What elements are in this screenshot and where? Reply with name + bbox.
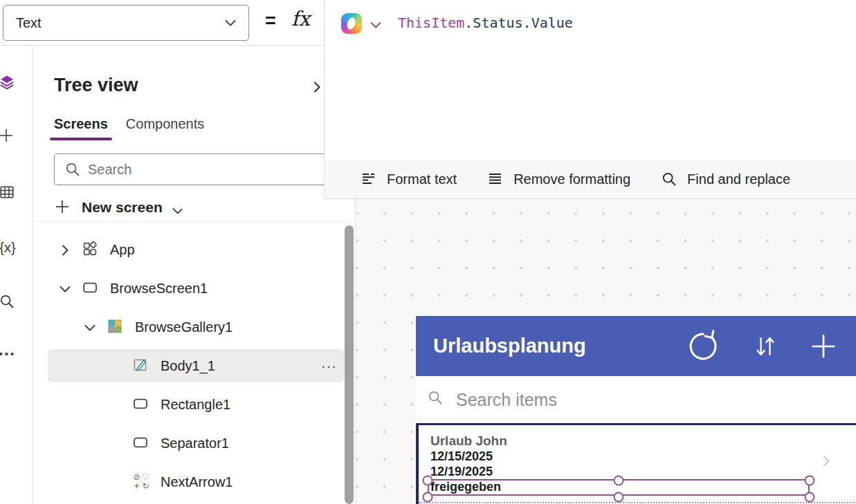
rail-data-button[interactable] xyxy=(0,181,19,205)
plus-glyph: + xyxy=(132,482,141,491)
tree-item-body1-1[interactable]: Body1_1 ··· xyxy=(33,346,355,385)
next-arrow-icon: ⊘ ♡ + ↻ xyxy=(132,473,151,492)
gallery-item-start-date: 12/15/2025 xyxy=(430,449,507,464)
tree-view-layers-icon xyxy=(0,74,17,93)
powerapps-studio: Text = fx {x} ••• Tree view xyxy=(0,0,856,504)
copilot-icon[interactable] xyxy=(341,13,362,34)
gallery-template-boundary xyxy=(419,502,856,503)
more-dots-icon: ••• xyxy=(0,348,16,360)
chevron-down-icon xyxy=(57,281,72,296)
app-title: Urlaubsplanung xyxy=(433,335,586,357)
remove-formatting-label: Remove formatting xyxy=(513,171,630,187)
left-nav-rail: {x} ••• xyxy=(0,46,33,504)
tree-item-app[interactable]: App xyxy=(33,230,355,269)
selection-handle-top-left[interactable] xyxy=(423,476,433,486)
tree-item-browsescreen1[interactable]: BrowseScreen1 xyxy=(33,269,355,308)
rectangle-icon xyxy=(132,395,151,414)
format-text-label: Format text xyxy=(387,171,457,187)
tree-item-label: Separator1 xyxy=(161,436,229,451)
app-preview: Urlaubsplanung Search items Urlaub John … xyxy=(416,316,856,504)
sort-button[interactable] xyxy=(747,328,784,365)
tree-view-panel: Tree view Screens Components New screen … xyxy=(33,46,355,504)
find-and-replace-button[interactable]: Find and replace xyxy=(661,171,790,189)
formula-toolbar: Format text Remove formatting Find and r… xyxy=(324,160,856,199)
label-pencil-icon xyxy=(132,357,151,375)
tree-item-nextarrow1[interactable]: ⊘ ♡ + ↻ NextArrow1 xyxy=(33,463,355,501)
panel-title: Tree view xyxy=(54,75,138,96)
chevron-right-icon xyxy=(57,242,72,257)
fx-symbol: fx xyxy=(291,7,310,30)
rail-insert-button[interactable] xyxy=(0,125,19,149)
new-screen-button[interactable]: New screen xyxy=(54,195,182,220)
property-selector-dropdown[interactable]: Text xyxy=(3,5,249,41)
plus-icon xyxy=(54,198,72,216)
copilot-chevron-down-icon[interactable] xyxy=(367,17,383,32)
find-and-replace-label: Find and replace xyxy=(687,171,790,187)
tree-item-label: NextArrow1 xyxy=(161,474,233,490)
rail-variables-button[interactable]: {x} xyxy=(0,236,19,259)
tree-item-label: App xyxy=(110,242,135,258)
tree-item-label: BrowseScreen1 xyxy=(110,281,208,297)
search-icon xyxy=(64,161,81,178)
tree-scrollbar-thumb[interactable] xyxy=(345,225,354,504)
selection-handle-top-mid[interactable] xyxy=(614,476,624,486)
variables-icon: {x} xyxy=(0,240,16,256)
formula-identifier-token: ThisItem xyxy=(398,15,464,31)
tree-item-browsegallery1[interactable]: BrowseGallery1 xyxy=(33,308,355,346)
item-more-button[interactable]: ··· xyxy=(321,358,337,374)
plus-icon xyxy=(808,330,839,362)
tree-search-box[interactable] xyxy=(54,153,340,185)
app-search-placeholder: Search items xyxy=(456,390,557,410)
data-table-icon xyxy=(0,184,17,203)
tree-item-label: Rectangle1 xyxy=(161,397,230,413)
refresh-icon xyxy=(685,328,721,364)
slash-glyph: ⊘ xyxy=(132,473,141,482)
canvas-area[interactable]: Urlaubsplanung Search items Urlaub John … xyxy=(355,199,856,504)
chevron-down-icon xyxy=(367,17,383,32)
rail-more-button[interactable]: ••• xyxy=(0,342,19,365)
selection-handle-top-right[interactable] xyxy=(805,476,815,486)
selection-handle-bottom-right[interactable] xyxy=(805,492,815,503)
equals-symbol: = xyxy=(265,10,276,32)
panel-divider xyxy=(33,221,355,222)
chevron-down-icon xyxy=(170,203,182,215)
tree-search-input[interactable] xyxy=(88,162,333,178)
gallery-item[interactable]: Urlaub John 12/15/2025 12/19/2025 freige… xyxy=(416,423,856,504)
format-text-button[interactable]: Format text xyxy=(361,171,457,189)
app-icon xyxy=(82,241,100,259)
screen-icon xyxy=(82,279,100,298)
chevron-down-icon xyxy=(222,15,239,31)
tree-item-label: BrowseGallery1 xyxy=(135,319,233,335)
tree-tabs: Screens Components xyxy=(54,116,204,139)
tree-item-separator1[interactable]: Separator1 xyxy=(33,424,355,463)
separator-icon xyxy=(132,434,151,453)
tree-item-list: App BrowseScreen1 BrowseGallery1 Body1_1… xyxy=(33,230,355,501)
rail-search-button[interactable] xyxy=(0,290,19,314)
formula-property-token: .Status.Value xyxy=(464,15,573,31)
selection-handle-bottom-mid[interactable] xyxy=(614,492,624,503)
refresh-button[interactable] xyxy=(684,328,722,365)
search-icon xyxy=(427,389,448,410)
format-text-icon xyxy=(361,171,379,189)
formula-bar[interactable]: ThisItem.Status.Value xyxy=(324,0,856,160)
add-item-button[interactable] xyxy=(805,328,842,365)
selection-handle-bottom-left[interactable] xyxy=(423,492,433,503)
gallery-icon xyxy=(107,318,125,337)
rail-tree-view-button[interactable] xyxy=(0,71,19,95)
property-selector-value: Text xyxy=(16,15,222,31)
remove-formatting-button[interactable]: Remove formatting xyxy=(487,171,630,189)
formula-text[interactable]: ThisItem.Status.Value xyxy=(398,15,573,31)
tree-item-label: Body1_1 xyxy=(161,358,215,374)
tab-components[interactable]: Components xyxy=(126,116,204,139)
item-next-arrow-icon[interactable] xyxy=(818,453,839,474)
app-search-box[interactable]: Search items xyxy=(416,376,856,423)
heart-glyph: ♡ xyxy=(141,473,150,482)
search-icon xyxy=(0,293,17,311)
plus-icon xyxy=(0,127,17,147)
gallery-item-end-date: 12/19/2025 xyxy=(430,464,507,479)
tab-screens[interactable]: Screens xyxy=(54,116,108,139)
app-header-bar[interactable]: Urlaubsplanung xyxy=(416,316,856,376)
tree-item-rectangle1[interactable]: Rectangle1 xyxy=(33,385,355,424)
remove-formatting-icon xyxy=(487,171,505,189)
property-bar: Text = fx xyxy=(0,0,325,46)
